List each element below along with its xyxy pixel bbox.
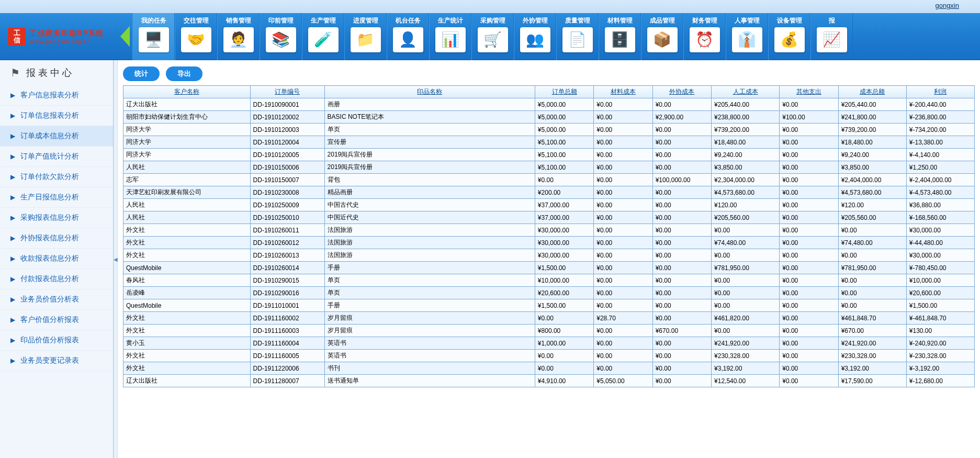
col-header-5[interactable]: 外协成本 [652, 86, 711, 98]
table-cell: ¥2,304,000.00 [712, 174, 780, 186]
table-cell: ¥0.00 [652, 124, 711, 136]
sidebar-item-label: 印品价值分析报表 [20, 336, 79, 345]
sidebar-collapse-icon[interactable] [120, 26, 130, 47]
nav-item-6[interactable]: 机台任务👤 [387, 13, 429, 60]
col-header-9[interactable]: 利润 [906, 86, 974, 98]
sidebar-item-label: 生产日报信息分析 [20, 193, 79, 202]
table-row[interactable]: 黄小玉DD-1911160004英语书¥1,000.00¥0.00¥0.00¥2… [123, 337, 975, 350]
col-header-link[interactable]: 外协成本 [669, 88, 694, 95]
table-row[interactable]: 朝阳市妇幼保健计划生育中心DD-1910120002BASIC NOTE笔记本¥… [123, 111, 975, 124]
sidebar-item-9[interactable]: ▶付款报表信息分析 [0, 269, 113, 289]
col-header-link[interactable]: 利润 [934, 88, 947, 95]
nav-item-5[interactable]: 进度管理📁 [344, 13, 387, 60]
nav-item-11[interactable]: 材料管理🗄️ [599, 13, 641, 60]
sidebar-item-label: 业务员变更记录表 [20, 356, 79, 365]
sidebar-item-12[interactable]: ▶印品价值分析报表 [0, 330, 113, 351]
table-cell: ¥130.00 [906, 325, 974, 337]
splitter-handle[interactable]: ◀ [114, 60, 118, 458]
col-header-7[interactable]: 其他支出 [780, 86, 838, 98]
table-row[interactable]: 外文社DD-1910260011法国旅游¥30,000.00¥0.00¥0.00… [123, 224, 975, 237]
col-header-6[interactable]: 人工成本 [712, 86, 780, 98]
col-header-1[interactable]: 订单编号 [250, 86, 324, 98]
table-row[interactable]: 岳凌峰DD-1910290016单页¥20,600.00¥0.00¥0.00¥0… [123, 287, 975, 299]
logo-icon: 工信 [8, 28, 26, 46]
table-row[interactable]: 同济大学DD-1910120003单页¥5,000.00¥0.00¥0.00¥7… [123, 124, 975, 136]
col-header-2[interactable]: 印品名称 [324, 86, 535, 98]
table-cell: ¥0.00 [652, 211, 711, 224]
table-cell: DD-1911160003 [250, 325, 324, 337]
sidebar-item-7[interactable]: ▶外协报表信息分析 [0, 228, 113, 249]
col-header-3[interactable]: 订单总额 [535, 86, 593, 98]
table-row[interactable]: 同济大学DD-1910120004宣传册¥5,100.00¥0.00¥0.00¥… [123, 136, 975, 149]
col-header-link[interactable]: 订单编号 [275, 88, 300, 95]
table-row[interactable]: 人民社DD-19101500062019阅兵宣传册¥5,100.00¥0.00¥… [123, 161, 975, 174]
table-cell: ¥30,000.00 [535, 237, 593, 249]
nav-item-3[interactable]: 印前管理📚 [260, 13, 302, 60]
logo-text: 工信商务印刷RP系统 www.gongxin.org.cn [30, 29, 104, 44]
table-row[interactable]: QuestMobileDD-1911010001手册¥1,500.00¥0.00… [123, 299, 975, 312]
user-link[interactable]: gongxin [935, 2, 959, 9]
table-row[interactable]: 辽大出版社DD-1910090001画册¥5,000.00¥0.00¥0.00¥… [123, 98, 975, 111]
sidebar-item-3[interactable]: ▶订单产值统计分析 [0, 147, 113, 167]
table-cell: ¥-12,680.00 [906, 375, 974, 387]
nav-item-16[interactable]: 报📈 [810, 13, 853, 60]
nav-item-icon: 👔 [732, 27, 762, 52]
table-row[interactable]: 志军DD-1910150007背包¥0.00¥0.00¥100,000.00¥2… [123, 174, 975, 186]
table-row[interactable]: 外文社DD-1911160003岁月留痕¥800.00¥0.00¥670.00¥… [123, 325, 975, 337]
nav-item-7[interactable]: 生产统计📊 [429, 13, 471, 60]
sidebar-item-8[interactable]: ▶收款报表信息分析 [0, 249, 113, 269]
nav-item-4[interactable]: 生产管理🧪 [302, 13, 344, 60]
table-row[interactable]: 同济大学DD-19101200052019阅兵宣传册¥5,100.00¥0.00… [123, 149, 975, 161]
nav-item-12[interactable]: 成品管理📦 [641, 13, 683, 60]
stat-button[interactable]: 统计 [123, 66, 160, 81]
col-header-link[interactable]: 印品名称 [417, 88, 442, 95]
nav-item-14[interactable]: 人事管理👔 [726, 13, 768, 60]
table-cell: ¥-461,848.70 [906, 312, 974, 325]
nav-item-10[interactable]: 质量管理📄 [556, 13, 599, 60]
sidebar-item-0[interactable]: ▶客户信息报表分析 [0, 85, 113, 106]
col-header-4[interactable]: 材料成本 [594, 86, 652, 98]
sidebar-item-10[interactable]: ▶业务员价值分析表 [0, 289, 113, 310]
col-header-link[interactable]: 人工成本 [733, 88, 758, 95]
table-row[interactable]: 天津艺虹印刷发展有限公司DD-1910230008精品画册¥200.00¥0.0… [123, 186, 975, 199]
table-row[interactable]: 辽大出版社DD-1911280007送书通知单¥4,910.00¥5,050.0… [123, 375, 975, 387]
nav-item-15[interactable]: 设备管理💰 [768, 13, 810, 60]
sidebar-item-13[interactable]: ▶业务员变更记录表 [0, 351, 113, 371]
table-row[interactable]: 外文社DD-1911220006书刊¥0.00¥0.00¥0.00¥3,192.… [123, 362, 975, 375]
col-header-0[interactable]: 客户名称 [123, 86, 251, 98]
table-cell: DD-1910250010 [250, 211, 324, 224]
table-row[interactable]: 人民社DD-1910250009中国古代史¥37,000.00¥0.00¥0.0… [123, 199, 975, 211]
sidebar-item-4[interactable]: ▶订单付款欠款分析 [0, 167, 113, 187]
table-row[interactable]: 人民社DD-1910250010中国近代史¥37,000.00¥0.00¥0.0… [123, 211, 975, 224]
col-header-link[interactable]: 订单总额 [552, 88, 577, 95]
nav-item-1[interactable]: 交往管理🤝 [175, 13, 217, 60]
nav-item-8[interactable]: 采购管理🛒 [471, 13, 514, 60]
col-header-link[interactable]: 客户名称 [174, 88, 199, 95]
nav-item-13[interactable]: 财务管理⏰ [683, 13, 726, 60]
arrow-icon: ▶ [10, 296, 15, 303]
col-header-link[interactable]: 材料成本 [611, 88, 636, 95]
nav-item-9[interactable]: 外协管理👥 [514, 13, 556, 60]
table-cell: ¥0.00 [652, 375, 711, 387]
table-row[interactable]: 外文社DD-1911160002岁月留痕¥0.00¥28.70¥0.00¥461… [123, 312, 975, 325]
table-row[interactable]: 外文社DD-1910260012法国旅游¥30,000.00¥0.00¥0.00… [123, 237, 975, 249]
sidebar-item-label: 付款报表信息分析 [20, 274, 79, 284]
table-cell: DD-1910150007 [250, 174, 324, 186]
sidebar-item-11[interactable]: ▶客户价值分析报表 [0, 310, 113, 330]
table-row[interactable]: QuestMobileDD-1910260014手册¥1,500.00¥0.00… [123, 262, 975, 274]
table-row[interactable]: 春风社DD-1910290015单页¥10,000.00¥0.00¥0.00¥0… [123, 274, 975, 287]
col-header-link[interactable]: 成本总额 [860, 88, 885, 95]
nav-item-0[interactable]: 我的任务🖥️ [132, 13, 175, 60]
sidebar-item-5[interactable]: ▶生产日报信息分析 [0, 187, 113, 208]
sidebar-item-6[interactable]: ▶采购报表信息分析 [0, 208, 113, 228]
sidebar-item-1[interactable]: ▶订单信息报表分析 [0, 106, 113, 126]
table-cell: DD-1911280007 [250, 375, 324, 387]
sidebar-item-label: 外协报表信息分析 [20, 233, 79, 243]
export-button[interactable]: 导出 [166, 66, 202, 81]
table-row[interactable]: 外文社DD-1910260013法国旅游¥30,000.00¥0.00¥0.00… [123, 249, 975, 262]
col-header-link[interactable]: 其他支出 [796, 88, 821, 95]
col-header-8[interactable]: 成本总额 [838, 86, 906, 98]
nav-item-2[interactable]: 销售管理🧑‍💼 [217, 13, 260, 60]
table-row[interactable]: 外文社DD-1911160005英语书¥0.00¥0.00¥0.00¥230,3… [123, 350, 975, 362]
sidebar-item-2[interactable]: ▶订单成本信息分析 [0, 126, 113, 147]
